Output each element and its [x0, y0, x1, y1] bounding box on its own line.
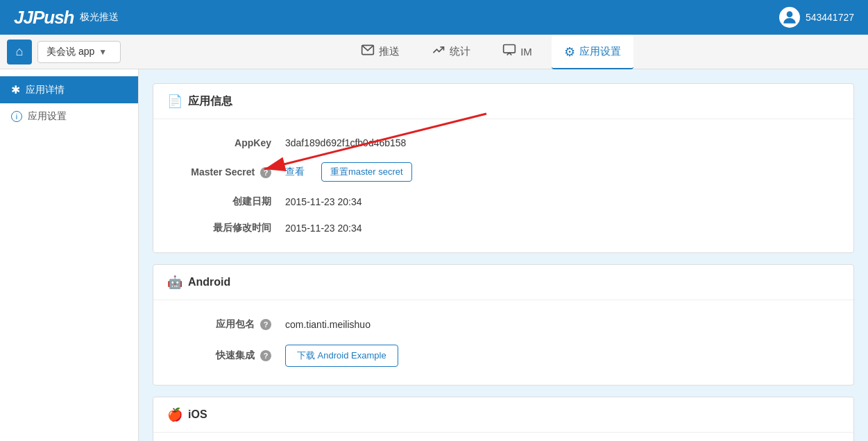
ios-title: iOS — [188, 408, 207, 421]
im-icon — [502, 43, 516, 60]
nav-item-stats[interactable]: 统计 — [419, 35, 483, 69]
appkey-row: AppKey 3daf189d692f1cfb0d46b158 — [153, 130, 853, 155]
reset-master-secret-button[interactable]: 重置master secret — [321, 162, 412, 182]
username: 543441727 — [806, 12, 854, 23]
nav-item-settings[interactable]: ⚙ 应用设置 — [552, 35, 633, 69]
modified-row: 最后修改时间 2015-11-23 20:34 — [153, 215, 853, 241]
nav-item-push[interactable]: 推送 — [348, 35, 412, 69]
svg-rect-2 — [504, 45, 516, 53]
chevron-down-icon: ▼ — [99, 47, 107, 57]
master-secret-help-icon[interactable]: ? — [260, 167, 271, 178]
logo-icon: JJPush — [14, 7, 74, 28]
content: 📄 应用信息 AppKey 3daf189d692f1cfb0d46b158 M… — [139, 69, 868, 441]
nav-stats-label: 统计 — [450, 45, 470, 58]
header: JJPush 极光推送 543441727 — [0, 0, 868, 35]
download-android-button[interactable]: 下载 Android Example — [285, 345, 398, 367]
navbar: ⌂ 美会说 app ▼ 推送 统计 IM ⚙ 应用设置 — [0, 35, 868, 69]
master-secret-row: Master Secret ? 查看 重置master secret — [153, 155, 853, 189]
avatar — [779, 7, 800, 28]
file-icon: 📄 — [167, 94, 182, 109]
android-body: 应用包名 ? com.tianti.meilishuo 快速集成 ? 下载 An… — [153, 300, 853, 385]
appkey-label: AppKey — [174, 137, 285, 148]
sidebar-item-app-detail[interactable]: ✱ 应用详情 — [0, 76, 138, 103]
android-header: 🤖 Android — [153, 265, 853, 300]
master-secret-value: 查看 重置master secret — [285, 162, 833, 182]
android-icon: 🤖 — [167, 275, 182, 290]
quick-integration-row: 快速集成 ? 下载 Android Example — [153, 338, 853, 374]
app-selector[interactable]: 美会说 app ▼ — [37, 41, 121, 63]
svg-point-0 — [787, 11, 793, 17]
wrench-icon: ✱ — [11, 83, 20, 96]
modified-label: 最后修改时间 — [174, 222, 285, 234]
main-layout: ✱ 应用详情 i 应用设置 📄 应用信息 AppKey 3daf189d692f… — [0, 69, 868, 441]
created-label: 创建日期 — [174, 196, 285, 208]
package-value: com.tianti.meilishuo — [285, 319, 833, 330]
header-user: 543441727 — [779, 7, 854, 28]
package-label: 应用包名 ? — [174, 318, 285, 331]
sidebar: ✱ 应用详情 i 应用设置 — [0, 69, 139, 441]
app-info-body: AppKey 3daf189d692f1cfb0d46b158 Master S… — [153, 119, 853, 252]
nav-settings-label: 应用设置 — [579, 45, 621, 58]
sidebar-item-app-detail-label: 应用详情 — [26, 84, 65, 96]
sidebar-item-app-settings-label: 应用设置 — [28, 110, 67, 123]
master-secret-label: Master Secret ? — [174, 166, 285, 178]
ios-body: Bundle ID - — [153, 433, 853, 441]
quick-value: 下载 Android Example — [285, 345, 833, 367]
ios-card: 🍎 iOS Bundle ID - — [153, 397, 854, 441]
info-icon: i — [11, 111, 22, 122]
push-icon — [361, 43, 375, 60]
quick-help-icon[interactable]: ? — [260, 350, 271, 361]
nav-push-label: 推送 — [379, 45, 400, 58]
logo-cn: 极光推送 — [80, 11, 119, 24]
package-help-icon[interactable]: ? — [260, 319, 271, 330]
home-button[interactable]: ⌂ — [7, 40, 32, 64]
app-selector-label: 美会说 app — [46, 46, 94, 58]
package-row: 应用包名 ? com.tianti.meilishuo — [153, 311, 853, 338]
android-title: Android — [188, 276, 230, 288]
logo: JJPush 极光推送 — [14, 7, 119, 28]
appkey-value: 3daf189d692f1cfb0d46b158 — [285, 137, 833, 148]
nav-im-label: IM — [520, 46, 532, 58]
master-secret-view-link[interactable]: 查看 — [285, 166, 305, 177]
created-row: 创建日期 2015-11-23 20:34 — [153, 189, 853, 215]
modified-value: 2015-11-23 20:34 — [285, 223, 833, 234]
settings-icon: ⚙ — [564, 44, 575, 60]
app-info-card: 📄 应用信息 AppKey 3daf189d692f1cfb0d46b158 M… — [153, 83, 854, 253]
stats-icon — [432, 43, 445, 60]
apple-icon: 🍎 — [167, 407, 182, 422]
sidebar-item-app-settings[interactable]: i 应用设置 — [0, 103, 138, 130]
android-card: 🤖 Android 应用包名 ? com.tianti.meilishuo 快速… — [153, 264, 854, 386]
quick-label: 快速集成 ? — [174, 349, 285, 362]
app-info-header: 📄 应用信息 — [153, 84, 853, 119]
nav-item-im[interactable]: IM — [490, 35, 545, 69]
app-info-title: 应用信息 — [188, 94, 232, 109]
created-value: 2015-11-23 20:34 — [285, 196, 833, 207]
ios-header: 🍎 iOS — [153, 397, 853, 433]
nav-center: 推送 统计 IM ⚙ 应用设置 — [121, 35, 861, 69]
